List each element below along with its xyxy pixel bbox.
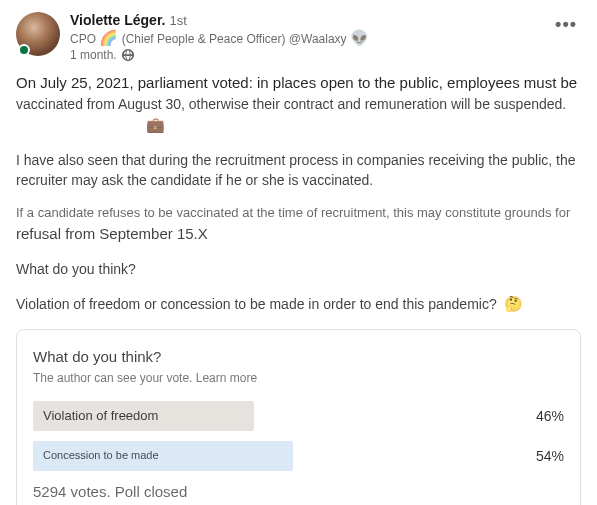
rainbow-icon: 🌈 <box>99 29 118 46</box>
poll-option-2[interactable]: Concession to be made 54% <box>33 441 564 471</box>
poll-card: What do you think? The author can see yo… <box>16 329 581 505</box>
alien-icon: 👽 <box>350 29 369 46</box>
overflow-menu-icon[interactable]: ••• <box>551 12 581 37</box>
headline-text-1: CPO <box>70 32 99 46</box>
body-line-3a: If a candidate refuses to be vaccinated … <box>16 204 581 223</box>
post-time: 1 month. <box>70 48 117 62</box>
poll-sub-text: The author can see your vote. <box>33 371 196 385</box>
author-avatar[interactable] <box>16 12 60 56</box>
briefcase-icon: 💼 <box>146 116 165 133</box>
learn-more-link[interactable]: Learn more <box>196 371 257 385</box>
poll-subtitle: The author can see your vote. Learn more <box>33 370 564 387</box>
poll-option-1-pct: 46% <box>514 406 564 426</box>
globe-icon <box>121 48 135 62</box>
connection-degree: 1st <box>169 13 186 28</box>
body-paragraph-2: I have also seen that during the recruit… <box>16 150 581 191</box>
post-header: Violette Léger. 1st CPO 🌈 (Chief People … <box>16 12 581 62</box>
poll-option-2-pct: 54% <box>514 446 564 466</box>
thinking-face-icon: 🤔 <box>504 295 523 312</box>
presence-indicator <box>18 44 30 56</box>
author-headline: CPO 🌈 (Chief People & Peace Officer) @Wa… <box>70 29 581 47</box>
poll-option-2-label: Concession to be made <box>43 448 159 464</box>
author-block: Violette Léger. 1st CPO 🌈 (Chief People … <box>70 12 581 62</box>
body-line-3b: refusal from September 15.X <box>16 223 581 245</box>
feed-scroll[interactable]: Violette Léger. 1st CPO 🌈 (Chief People … <box>0 0 597 505</box>
body-line-1: On July 25, 2021, parliament voted: in p… <box>16 72 581 94</box>
body-question-2: Violation of freedom or concession to be… <box>16 296 497 312</box>
headline-text-2: (Chief People & Peace Officer) @Waalaxy <box>118 32 350 46</box>
post-body: On July 25, 2021, parliament voted: in p… <box>16 72 581 505</box>
poll-option-1-label: Violation of freedom <box>43 407 158 426</box>
poll-title: What do you think? <box>33 346 564 368</box>
poll-option-1[interactable]: Violation of freedom 46% <box>33 401 564 431</box>
post-card: Violette Léger. 1st CPO 🌈 (Chief People … <box>0 0 597 505</box>
poll-footer: 5294 votes. Poll closed <box>33 481 564 503</box>
author-name[interactable]: Violette Léger. <box>70 12 165 28</box>
body-line-2: vaccinated from August 30, otherwise the… <box>16 94 581 114</box>
body-question-1: What do you think? <box>16 259 581 279</box>
post-meta: 1 month. <box>70 48 581 62</box>
